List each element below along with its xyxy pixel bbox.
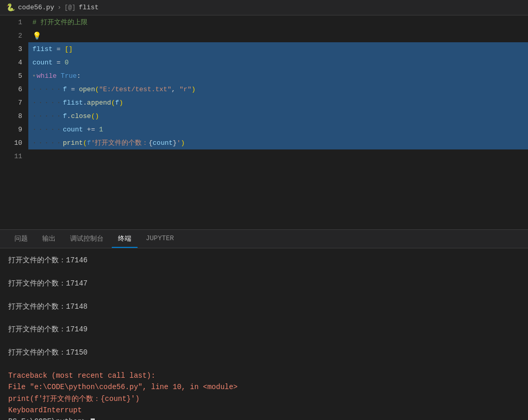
line-num-5: 5 [0,69,22,82]
tab-terminal[interactable]: 终端 [112,230,138,248]
tab-jupyter[interactable]: JUPYTER [140,230,180,248]
code-line-10: ····· print ( f '打开文件的个数： { count } ' ) [28,136,528,149]
line-numbers: 1 2 3 4 5 6 7 8 9 10 11 [0,15,28,229]
python-icon: 🐍 [6,3,15,12]
line-num-11: 11 [0,149,22,163]
comment-text: # 打开文件的上限 [32,18,88,27]
code-line-9: ····· count += 1 [28,123,528,136]
line-num-8: 8 [0,109,22,123]
traceback-header: Traceback (most recent call last): [8,372,156,380]
terminal-prompt: PS E:\CODE\python> [8,417,95,420]
line-num-10: 10 [0,136,22,149]
line-num-2: 2 [0,29,22,42]
code-editor[interactable]: 1 2 3 4 5 6 7 8 9 10 11 # 打开文件的上限 💡 [0,15,528,229]
code-line-3: flist = [ ] [28,42,528,56]
lightbulb-icon: 💡 [32,31,41,40]
symbol-icon: [@] [64,4,76,11]
title-bar: 🐍 code56.py › [@] flist [0,0,528,15]
var-count-1: count [32,59,53,66]
code-line-4: count = 0 [28,56,528,69]
line-num-4: 4 [0,56,22,69]
line-num-7: 7 [0,96,22,109]
line-num-3: 3 [0,42,22,56]
panel-tabs: 问题 输出 调试控制台 终端 JUPYTER [0,230,528,248]
terminal-content[interactable]: 打开文件的个数：17146 打开文件的个数：17147 打开文件的个数：1714… [0,248,528,420]
breadcrumb-symbol: flist [79,4,99,11]
var-count-2: count [63,126,83,133]
line-num-9: 9 [0,123,22,136]
tab-output[interactable]: 输出 [36,230,62,248]
code-content: # 打开文件的上限 💡 flist = [ ] count = 0 ▾ [28,15,528,229]
panel: 问题 输出 调试控制台 终端 JUPYTER 打开文件的个数：17146 打开文… [0,229,528,420]
code-line-8: ····· f . close () [28,109,528,123]
code-line-2: 💡 [28,29,528,42]
collapse-icon[interactable]: ▾ [32,73,36,79]
traceback-line: print(f'打开文件的个数：{count}') [8,395,140,403]
code-line-1: # 打开文件的上限 [28,15,528,29]
breadcrumb-file: code56.py [18,4,54,11]
traceback-file: File "e:\CODE\python\code56.py", line 10… [8,383,237,391]
error-type: KeyboardInterrupt [8,406,82,414]
output-line-4: 打开文件的个数：17149 [8,324,520,335]
code-line-7: ····· flist . append ( f ) [28,96,528,109]
line-num-6: 6 [0,82,22,96]
breadcrumb-separator: › [57,4,61,11]
code-line-5: ▾ while True : [28,69,528,82]
code-line-6: ····· f = open ( "E:/test/test.txt" , "r… [28,82,528,96]
line-num-1: 1 [0,15,22,29]
output-line-5: 打开文件的个数：17150 [8,347,520,358]
tab-problems[interactable]: 问题 [8,230,34,248]
output-line-2: 打开文件的个数：17147 [8,278,520,289]
output-line-3: 打开文件的个数：17148 [8,301,520,312]
output-line-1: 打开文件的个数：17146 [8,255,520,266]
tab-debug-console[interactable]: 调试控制台 [64,230,110,248]
code-line-11 [28,149,528,163]
var-flist: flist [32,45,53,53]
